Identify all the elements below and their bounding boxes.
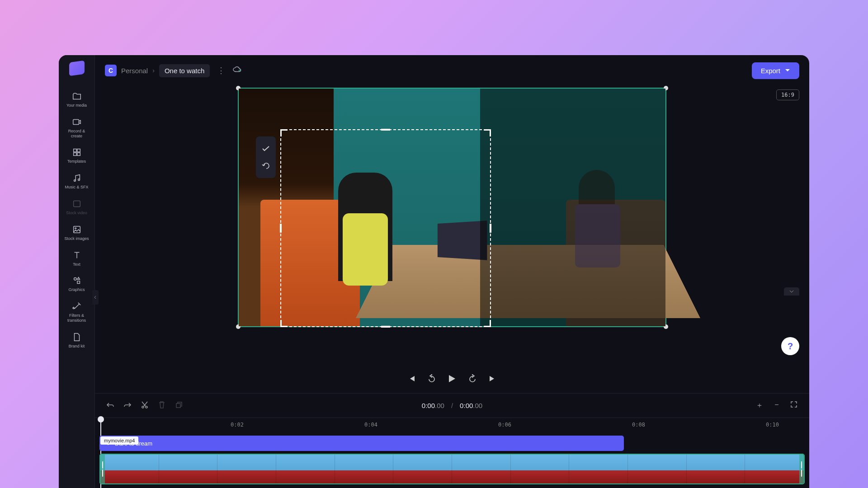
- zoom-out-button[interactable]: −: [771, 401, 782, 410]
- nav-record-create[interactable]: Record & create: [62, 113, 91, 143]
- svg-point-9: [75, 228, 76, 229]
- preview-canvas: 16:9: [95, 86, 809, 366]
- svg-rect-4: [77, 153, 80, 155]
- svg-rect-8: [73, 226, 80, 233]
- timeline-ruler[interactable]: 0:02 0:04 0:06 0:08 0:10: [95, 418, 809, 432]
- svg-rect-1: [73, 149, 76, 152]
- svg-point-6: [78, 179, 80, 181]
- transport-controls: [95, 366, 809, 393]
- nav-stock-video[interactable]: Stock video: [62, 194, 91, 220]
- svg-rect-3: [73, 153, 76, 155]
- undo-button[interactable]: [105, 402, 116, 410]
- fit-timeline-button[interactable]: [788, 401, 799, 410]
- zoom-in-button[interactable]: ＋: [754, 401, 765, 410]
- workspace-badge[interactable]: C: [105, 65, 117, 76]
- redo-button[interactable]: [122, 402, 133, 410]
- help-button[interactable]: ?: [781, 337, 799, 355]
- nav-templates[interactable]: Templates: [62, 143, 91, 169]
- svg-point-10: [74, 278, 76, 281]
- crop-toolbar: [256, 136, 276, 178]
- nav-music-sfx[interactable]: Music & SFX: [62, 169, 91, 194]
- nav-text[interactable]: Text: [62, 246, 91, 272]
- timeline-tracks: Dare to dream mymovie.mp4: [95, 432, 809, 488]
- time-display: 0:00.00 / 0:00.00: [422, 402, 482, 410]
- nav-brand-kit[interactable]: Brand kit: [62, 328, 91, 353]
- nav-filters-transitions[interactable]: Filters & transitions: [62, 297, 91, 328]
- svg-rect-14: [176, 404, 180, 408]
- breadcrumb-separator: ›: [152, 67, 155, 74]
- export-button[interactable]: Export: [752, 62, 799, 79]
- svg-point-12: [142, 406, 144, 408]
- play-button[interactable]: [448, 374, 456, 385]
- svg-point-13: [146, 406, 147, 408]
- video-frame[interactable]: [238, 88, 666, 327]
- nav-stock-images[interactable]: Stock images: [62, 220, 91, 246]
- project-title[interactable]: One to watch: [159, 64, 210, 77]
- workspace-name[interactable]: Personal: [121, 67, 148, 75]
- top-bar: C Personal › One to watch ⋮ Export: [95, 55, 809, 86]
- svg-rect-11: [77, 281, 80, 284]
- filename-tooltip: mymovie.mp4: [100, 436, 138, 445]
- skip-back-button[interactable]: [408, 375, 415, 385]
- nav-graphics[interactable]: Graphics: [62, 271, 91, 297]
- forward-button[interactable]: [468, 374, 477, 385]
- svg-rect-0: [73, 119, 79, 124]
- sync-status-icon[interactable]: [232, 66, 242, 75]
- nav-your-media[interactable]: Your media: [62, 87, 91, 113]
- rewind-button[interactable]: [427, 374, 436, 385]
- project-menu[interactable]: ⋮: [214, 66, 228, 75]
- svg-point-5: [74, 180, 75, 182]
- duplicate-button[interactable]: [174, 401, 184, 410]
- left-sidebar: Your media Record & create Templates Mus…: [59, 55, 95, 488]
- crop-undo-button[interactable]: [256, 157, 276, 174]
- split-button[interactable]: [139, 401, 150, 411]
- skip-forward-button[interactable]: [489, 375, 496, 385]
- crop-confirm-button[interactable]: [256, 140, 276, 157]
- svg-rect-2: [77, 149, 80, 152]
- aspect-ratio-selector[interactable]: 16:9: [776, 89, 799, 100]
- text-clip[interactable]: Dare to dream mymovie.mp4: [99, 436, 624, 451]
- delete-button[interactable]: [156, 401, 167, 411]
- panel-expand-toggle[interactable]: [784, 287, 799, 296]
- app-logo: [69, 61, 85, 76]
- clip-grip-left[interactable]: [100, 455, 105, 483]
- svg-rect-7: [73, 201, 80, 207]
- clip-grip-right[interactable]: [799, 455, 804, 483]
- video-clip[interactable]: [99, 454, 805, 484]
- crop-selection[interactable]: [280, 129, 491, 327]
- timeline-toolbar: 0:00.00 / 0:00.00 ＋ −: [95, 393, 809, 418]
